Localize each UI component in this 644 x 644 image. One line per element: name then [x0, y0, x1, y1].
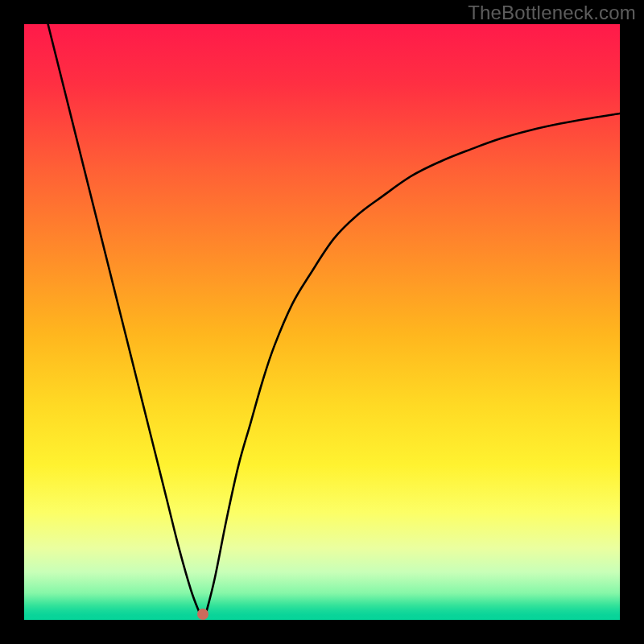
gradient-background: [24, 24, 620, 620]
plot-area: [24, 24, 620, 620]
chart-frame: TheBottleneck.com: [0, 0, 644, 644]
watermark-text: TheBottleneck.com: [468, 2, 636, 24]
